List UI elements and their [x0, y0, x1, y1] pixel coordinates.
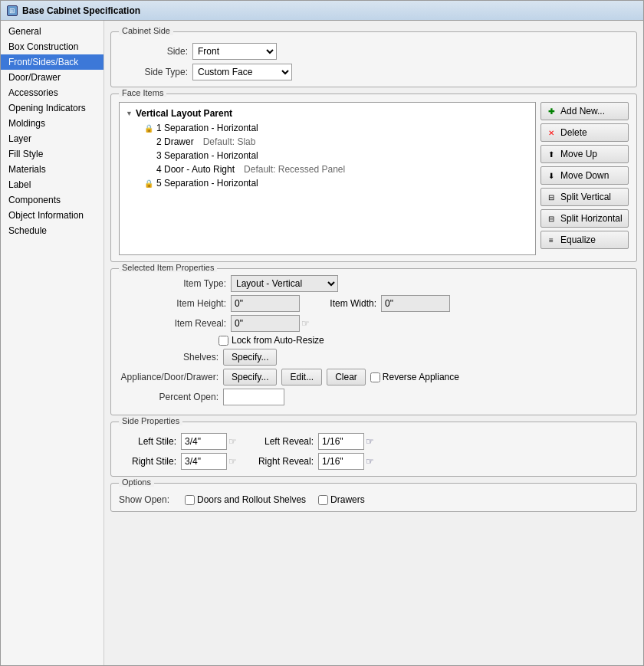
cabinet-side-title: Cabinet Side	[119, 26, 173, 35]
tree-item-2[interactable]: 2 Drawer Default: Slab	[120, 135, 535, 149]
sidebar-item-box-construction[interactable]: Box Construction	[1, 39, 104, 54]
sidebar-item-accessories[interactable]: Accessories	[1, 85, 104, 100]
doors-rollout-checkbox[interactable]	[185, 495, 195, 505]
right-stile-group: ☞	[181, 453, 237, 470]
delete-button[interactable]: ✕ Delete	[540, 123, 629, 142]
sidebar-item-moldings[interactable]: Moldings	[1, 116, 104, 131]
arrow-down-icon: ⬇	[546, 170, 557, 181]
reveal-hint-icon: ☞	[301, 318, 310, 329]
left-reveal-icon: ☞	[366, 436, 374, 447]
sidebar-item-opening-indicators[interactable]: Opening Indicators	[1, 100, 104, 116]
tree-item-3-label: 3 Separation - Horizontal	[156, 150, 258, 161]
sidebar-item-materials[interactable]: Materials	[1, 162, 104, 177]
face-items-tree[interactable]: ▼ Vertical Layout Parent 🔒 1 Separation …	[119, 102, 536, 255]
side-type-label: Side Type:	[119, 67, 188, 77]
sidebar-item-general[interactable]: General	[1, 24, 104, 39]
split-vertical-icon: ⊟	[546, 192, 557, 202]
appliance-row: Appliance/Door/Drawer: Specify... Edit..…	[119, 369, 629, 385]
window-title: Base Cabinet Specification	[22, 5, 140, 16]
right-reveal-input[interactable]	[318, 453, 364, 470]
percent-open-input[interactable]	[223, 389, 284, 405]
shelves-label: Shelves:	[119, 352, 219, 363]
move-down-button[interactable]: ⬇ Move Down	[540, 166, 629, 185]
tree-item-2-default: Default: Slab	[203, 136, 256, 147]
tree-item-4-default: Default: Recessed Panel	[244, 164, 345, 175]
left-reveal-label: Left Reveal:	[252, 436, 314, 447]
equalize-button[interactable]: ≡ Equalize	[540, 231, 629, 249]
sidebar-item-components[interactable]: Components	[1, 192, 104, 208]
add-new-button[interactable]: ✚ Add New...	[540, 102, 629, 120]
tree-item-3[interactable]: 3 Separation - Horizontal	[120, 149, 535, 162]
sidebar-item-layer[interactable]: Layer	[1, 131, 104, 146]
sidebar-item-label[interactable]: Label	[1, 177, 104, 192]
shelves-row: Shelves: Specify...	[119, 349, 629, 366]
sidebar-item-object-information[interactable]: Object Information	[1, 208, 104, 223]
side-row: Side: Front Back Left Right	[119, 43, 629, 60]
sidebar: General Box Construction Front/Sides/Bac…	[1, 21, 104, 665]
side-type-row: Side Type: Custom Face Standard Face No …	[119, 64, 629, 80]
item-type-label: Item Type:	[119, 278, 226, 289]
reverse-appliance-checkbox[interactable]	[370, 372, 380, 382]
left-stile-group: ☞	[181, 433, 237, 450]
cabinet-side-group: Cabinet Side Side: Front Back Left Right…	[110, 31, 637, 87]
appliance-specify-button[interactable]: Specify...	[223, 369, 277, 385]
item-height-input[interactable]	[231, 295, 300, 312]
item-width-label: Item Width:	[315, 298, 376, 309]
lock-checkbox-row: Lock from Auto-Resize	[219, 335, 629, 346]
sidebar-item-fill-style[interactable]: Fill Style	[1, 146, 104, 162]
tree-item-4[interactable]: 4 Door - Auto Right Default: Recessed Pa…	[120, 162, 535, 176]
right-stile-input[interactable]	[181, 453, 227, 470]
left-reveal-row: Left Reveal: ☞	[252, 433, 374, 450]
drawers-option: Drawers	[318, 494, 365, 505]
right-reveal-label: Right Reveal:	[252, 456, 314, 467]
split-vertical-button[interactable]: ⊟ Split Vertical	[540, 188, 629, 206]
side-label: Side:	[119, 46, 188, 57]
selected-item-title: Selected Item Properties	[119, 263, 217, 272]
tree-item-5[interactable]: 🔒 5 Separation - Horizontal	[120, 176, 535, 190]
sidebar-item-schedule[interactable]: Schedule	[1, 223, 104, 238]
tree-item-1[interactable]: 🔒 1 Separation - Horizontal	[120, 121, 535, 135]
left-stile-label: Left Stile:	[119, 436, 176, 447]
percent-open-row: Percent Open:	[119, 389, 629, 405]
shelves-specify-button[interactable]: Specify...	[223, 349, 277, 366]
side-type-select[interactable]: Custom Face Standard Face No Face	[192, 64, 292, 80]
side-select[interactable]: Front Back Left Right	[192, 43, 277, 60]
tree-item-5-label: 5 Separation - Horizontal	[156, 178, 258, 189]
tree-item-4-label: 4 Door - Auto Right	[156, 164, 235, 175]
appliance-clear-button[interactable]: Clear	[327, 369, 366, 385]
options-group: Options Show Open: Doors and Rollout She…	[110, 483, 637, 512]
options-title: Options	[119, 477, 154, 487]
item-height-label: Item Height:	[119, 298, 226, 309]
main-content: General Box Construction Front/Sides/Bac…	[1, 21, 643, 665]
left-stile-input[interactable]	[181, 433, 227, 450]
lock-checkbox[interactable]	[219, 336, 228, 346]
tree-root[interactable]: ▼ Vertical Layout Parent	[120, 106, 535, 121]
split-horizontal-button[interactable]: ⊟ Split Horizontal	[540, 209, 629, 228]
item-type-select[interactable]: Layout - Vertical Layout - Horizontal Do…	[231, 275, 338, 292]
reverse-appliance-label: Reverse Appliance	[383, 372, 459, 382]
move-up-button[interactable]: ⬆ Move Up	[540, 145, 629, 163]
item-reveal-input[interactable]	[231, 315, 300, 332]
left-reveal-input[interactable]	[318, 433, 364, 450]
buttons-panel: ✚ Add New... ✕ Delete ⬆ Move Up	[540, 102, 629, 255]
left-stile-row: Left Stile: ☞	[119, 433, 237, 450]
side-properties-group: Side Properties Left Stile: ☞	[110, 422, 637, 477]
right-stile-icon: ☞	[228, 456, 237, 467]
appliance-edit-button[interactable]: Edit...	[281, 369, 322, 385]
tree-root-label: Vertical Layout Parent	[136, 108, 232, 119]
item-type-row: Item Type: Layout - Vertical Layout - Ho…	[119, 275, 629, 292]
right-stile-label: Right Stile:	[119, 456, 176, 467]
item-width-input[interactable]	[381, 295, 450, 312]
drawers-checkbox[interactable]	[318, 495, 328, 505]
right-stile-row: Right Stile: ☞	[119, 453, 237, 470]
item-reveal-label: Item Reveal:	[119, 318, 226, 329]
right-reveal-group: ☞	[318, 453, 374, 470]
sidebar-item-front-sides-back[interactable]: Front/Sides/Back	[1, 54, 104, 70]
side-properties-title: Side Properties	[119, 416, 182, 425]
lock-icon-5: 🔒	[144, 179, 153, 188]
tree-item-2-label: 2 Drawer	[156, 136, 194, 147]
doors-rollout-option: Doors and Rollout Shelves	[185, 494, 306, 505]
sidebar-item-door-drawer[interactable]: Door/Drawer	[1, 70, 104, 85]
left-stile-icon: ☞	[228, 436, 237, 447]
face-items-title: Face Items	[119, 88, 166, 97]
